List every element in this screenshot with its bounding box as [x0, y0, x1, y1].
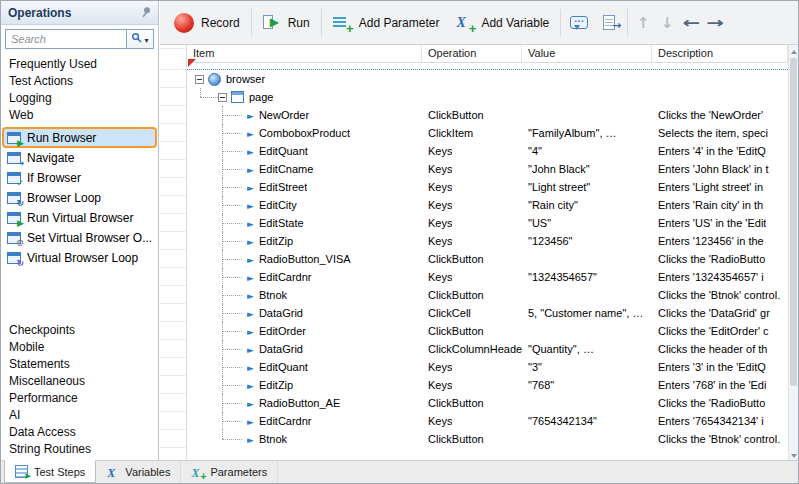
test-step-row[interactable]: EditCity Keys "Rain city" Enters 'Rain c… [187, 196, 788, 214]
step-value: "Quantity", … [528, 343, 594, 355]
sidebar-item-if-browser[interactable]: If Browser [3, 168, 156, 187]
add-parameter-button[interactable]: Add Parameter [325, 7, 448, 39]
run-icon [263, 14, 281, 31]
pin-icon[interactable] [138, 5, 153, 20]
sidebar-group-miscellaneous[interactable]: Miscellaneous [1, 373, 158, 390]
search-button[interactable] [126, 29, 154, 49]
test-step-row[interactable]: EditZip Keys "768" Enters '768' in the '… [187, 376, 788, 394]
test-step-row[interactable]: DataGrid ClickColumnHeader "Quantity", …… [187, 340, 788, 358]
step-value: "FamilyAlbum", … [528, 127, 617, 139]
browser-node-label: browser [226, 73, 265, 85]
action-arrow-icon [247, 290, 254, 301]
tab-test-steps[interactable]: Test Steps [4, 460, 96, 483]
test-step-row[interactable]: EditState Keys "US" Enters 'US' in the '… [187, 214, 788, 232]
step-item-name: EditZip [259, 379, 293, 391]
test-step-row[interactable]: EditZip Keys "123456" Enters '123456' in… [187, 232, 788, 250]
toolbar-separator [560, 9, 561, 37]
sidebar-group-performance[interactable]: Performance [1, 390, 158, 407]
step-item-name: EditQuant [259, 361, 308, 373]
test-step-row[interactable]: EditQuant Keys "4" Enters '4' in the 'Ed… [187, 142, 788, 160]
record-button[interactable]: Record [166, 7, 248, 39]
comment-button[interactable] [564, 8, 594, 38]
sidebar-item-virtual-browser-loop[interactable]: Virtual Browser Loop [3, 248, 156, 267]
step-operation: Keys [428, 361, 452, 373]
collapse-toggle-icon[interactable] [195, 75, 204, 84]
test-step-row[interactable]: Btnok ClickButton Clicks the 'Btnok' con… [187, 286, 788, 304]
browser-window-icon [7, 252, 21, 264]
sidebar-group-ai[interactable]: AI [1, 407, 158, 424]
step-item-name: EditCardnr [259, 271, 312, 283]
action-arrow-icon [247, 254, 254, 265]
sidebar-group-string-routines[interactable]: String Routines [1, 441, 158, 458]
search-input[interactable] [5, 29, 126, 49]
tab-variables[interactable]: Variables [96, 461, 181, 483]
test-step-row[interactable]: EditQuant Keys "3" Enters '3' in the 'Ed… [187, 358, 788, 376]
sidebar-item-navigate[interactable]: Navigate [3, 148, 156, 167]
insertion-marker-icon [188, 59, 196, 67]
test-step-row[interactable]: NewOrder ClickButton Clicks the 'NewOrde… [187, 106, 788, 124]
sidebar-item-browser-loop[interactable]: Browser Loop [3, 188, 156, 207]
collapse-toggle-icon[interactable] [218, 93, 227, 102]
action-arrow-icon [247, 236, 254, 247]
step-operation: ClickButton [428, 397, 484, 409]
step-description: Enters 'US' in the 'Edit [658, 217, 766, 229]
sidebar-group-frequently-used[interactable]: Frequently Used [1, 56, 158, 73]
scroll-thumb[interactable] [790, 58, 797, 386]
test-step-row[interactable]: EditCname Keys "John Black" Enters 'John… [187, 160, 788, 178]
test-step-row[interactable]: EditOrder ClickButton Clicks the 'EditOr… [187, 322, 788, 340]
browser-node-row[interactable]: browser [187, 70, 788, 88]
column-header-operation[interactable]: Operation [422, 45, 522, 62]
add-variable-button[interactable]: Add Variable [447, 7, 557, 39]
test-step-row[interactable]: RadioButton_VISA ClickButton Clicks the … [187, 250, 788, 268]
sidebar-group-checkpoints[interactable]: Checkpoints [1, 322, 158, 339]
column-header-description[interactable]: Description [652, 45, 788, 62]
action-arrow-icon [247, 434, 254, 445]
sidebar-group-data-access[interactable]: Data Access [1, 424, 158, 441]
row-gutter[interactable] [160, 45, 187, 462]
step-item-name: EditStreet [259, 181, 307, 193]
description-button[interactable] [594, 8, 624, 38]
run-label: Run [288, 16, 310, 30]
scroll-up-arrow-icon[interactable] [789, 46, 798, 57]
action-arrow-icon [247, 182, 254, 193]
column-header-value[interactable]: Value [522, 45, 652, 62]
indent-button[interactable] [698, 9, 732, 37]
move-up-button[interactable] [631, 9, 655, 37]
tree-guide [222, 133, 242, 134]
step-description: Enters '7654342134' i [658, 415, 764, 427]
action-arrow-icon [247, 380, 254, 391]
action-arrow-icon [247, 326, 254, 337]
step-description: Enters 'Rain city' in th [658, 199, 763, 211]
sidebar-group-statements[interactable]: Statements [1, 356, 158, 373]
vertical-scrollbar[interactable] [788, 45, 798, 462]
sidebar-item-set-virtual-browser-o[interactable]: Set Virtual Browser O... [3, 228, 156, 247]
test-step-row[interactable]: Btnok ClickButton Clicks the 'Btnok' con… [187, 430, 788, 448]
toolbar-separator [627, 9, 628, 37]
test-step-row[interactable]: EditStreet Keys "Light street" Enters 'L… [187, 178, 788, 196]
step-operation: ClickButton [428, 433, 484, 445]
sidebar-group-mobile[interactable]: Mobile [1, 339, 158, 356]
tree-guide [222, 187, 242, 188]
test-step-row[interactable]: RadioButton_AE ClickButton Clicks the 'R… [187, 394, 788, 412]
step-description: Enters 'Light street' in [658, 181, 763, 193]
sidebar-group-web[interactable]: Web [1, 107, 158, 124]
column-header-item[interactable]: Item [187, 45, 422, 62]
sidebar-group-logging[interactable]: Logging [1, 90, 158, 107]
sidebar-item-run-virtual-browser[interactable]: Run Virtual Browser [3, 208, 156, 227]
test-step-row[interactable]: DataGrid ClickCell 5, "Customer name", …… [187, 304, 788, 322]
test-step-row[interactable]: EditCardnr Keys "7654342134" Enters '765… [187, 412, 788, 430]
sidebar-group-test-actions[interactable]: Test Actions [1, 73, 158, 90]
test-step-row[interactable]: ComboboxProduct ClickItem "FamilyAlbum",… [187, 124, 788, 142]
web-operations: Run Browser Navigate If Browser [1, 128, 158, 267]
add-parameter-label: Add Parameter [359, 16, 440, 30]
step-description: Enters '768' in the 'Edi [658, 379, 766, 391]
tab-parameters[interactable]: Parameters [181, 461, 278, 483]
list-gap [1, 268, 158, 322]
step-value: "Light street" [528, 181, 590, 193]
run-button[interactable]: Run [255, 7, 318, 39]
step-value: "John Black" [528, 163, 590, 175]
test-step-row[interactable]: EditCardnr Keys "1324354657" Enters '132… [187, 268, 788, 286]
sidebar-item-run-browser[interactable]: Run Browser [3, 128, 156, 147]
record-label: Record [201, 16, 240, 30]
page-node-row[interactable]: page [187, 88, 788, 106]
